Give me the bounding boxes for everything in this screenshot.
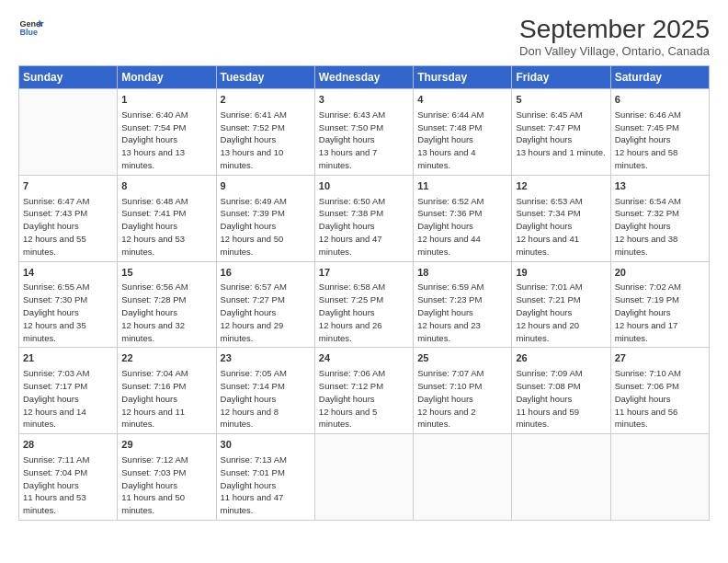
calendar-cell: 4Sunrise: 6:44 AMSunset: 7:48 PMDaylight… [414,89,512,176]
calendar-week-row: 7Sunrise: 6:47 AMSunset: 7:43 PMDaylight… [19,175,710,261]
calendar-cell: 28Sunrise: 7:11 AMSunset: 7:04 PMDayligh… [19,434,118,521]
daylight-label: Daylight hours [121,134,177,144]
day-number: 18 [417,266,507,281]
calendar-cell: 5Sunrise: 6:45 AMSunset: 7:47 PMDaylight… [512,89,610,176]
calendar-cell: 6Sunrise: 6:46 AMSunset: 7:45 PMDaylight… [610,89,709,176]
sunset-text: Sunset: 7:04 PM [23,467,87,477]
day-number: 6 [615,93,705,108]
day-number: 8 [121,179,211,194]
day-number: 17 [319,266,409,281]
sunrise-text: Sunrise: 6:53 AM [516,196,582,206]
calendar-cell: 29Sunrise: 7:12 AMSunset: 7:03 PMDayligh… [118,434,216,521]
daylight-value: 12 hours and 50 minutes. [221,234,284,257]
calendar-cell [610,434,709,521]
daylight-value: 12 hours and 29 minutes. [221,320,284,343]
daylight-label: Daylight hours [121,221,177,231]
daylight-value: 12 hours and 20 minutes. [516,320,579,343]
day-number: 21 [23,351,113,366]
calendar-cell: 14Sunrise: 6:55 AMSunset: 7:30 PMDayligh… [19,261,118,348]
calendar-cell: 15Sunrise: 6:56 AMSunset: 7:28 PMDayligh… [118,261,216,348]
calendar-cell: 24Sunrise: 7:06 AMSunset: 7:12 PMDayligh… [314,348,413,434]
sunset-text: Sunset: 7:32 PM [615,208,679,218]
sunrise-text: Sunrise: 6:46 AM [615,109,681,120]
day-number: 24 [319,351,409,366]
calendar-cell: 9Sunrise: 6:49 AMSunset: 7:39 PMDaylight… [216,175,314,261]
daylight-label: Daylight hours [23,221,79,231]
day-number: 11 [417,179,507,194]
sunset-text: Sunset: 7:45 PM [615,122,679,132]
calendar-cell: 11Sunrise: 6:52 AMSunset: 7:36 PMDayligh… [414,175,512,261]
daylight-value: 13 hours and 7 minutes. [319,147,377,170]
sunrise-text: Sunrise: 7:10 AM [615,368,681,378]
sunset-text: Sunset: 7:52 PM [221,122,285,132]
sunrise-text: Sunrise: 7:05 AM [221,368,287,378]
logo: General Blue [18,15,44,40]
calendar-cell: 23Sunrise: 7:05 AMSunset: 7:14 PMDayligh… [216,348,314,434]
sunset-text: Sunset: 7:34 PM [516,208,580,218]
sunrise-text: Sunrise: 7:12 AM [121,454,188,465]
day-number: 9 [221,179,311,194]
daylight-value: 12 hours and 41 minutes. [516,234,579,257]
sunrise-text: Sunrise: 6:56 AM [121,282,188,292]
day-number: 29 [121,438,211,453]
calendar-cell: 18Sunrise: 6:59 AMSunset: 7:23 PMDayligh… [414,261,512,348]
daylight-label: Daylight hours [221,221,277,231]
calendar-cell [414,434,512,521]
day-number: 23 [221,351,311,366]
day-number: 3 [319,93,409,108]
sunrise-text: Sunrise: 7:02 AM [615,282,681,292]
daylight-label: Daylight hours [319,394,375,404]
sunset-text: Sunset: 7:48 PM [417,122,482,132]
day-header: Monday [118,66,216,89]
sunset-text: Sunset: 7:43 PM [23,208,87,218]
sunrise-text: Sunrise: 7:03 AM [23,368,89,378]
sunrise-text: Sunrise: 6:59 AM [417,282,483,292]
sunset-text: Sunset: 7:06 PM [615,381,679,391]
daylight-label: Daylight hours [221,134,277,144]
day-number: 4 [417,93,507,108]
day-number: 7 [23,179,113,194]
daylight-label: Daylight hours [615,221,671,231]
header: General Blue September 2025 Don Valley V… [18,15,710,58]
daylight-label: Daylight hours [319,307,375,317]
daylight-value: 11 hours and 59 minutes. [516,407,579,430]
daylight-label: Daylight hours [516,394,572,404]
daylight-label: Daylight hours [221,394,277,404]
calendar-cell: 13Sunrise: 6:54 AMSunset: 7:32 PMDayligh… [610,175,709,261]
daylight-label: Daylight hours [615,134,671,144]
calendar-cell [314,434,413,521]
daylight-label: Daylight hours [319,221,375,231]
daylight-value: 12 hours and 53 minutes. [121,234,185,257]
calendar-cell: 26Sunrise: 7:09 AMSunset: 7:08 PMDayligh… [512,348,610,434]
sunset-text: Sunset: 7:27 PM [221,294,285,304]
day-number: 22 [121,351,211,366]
sunrise-text: Sunrise: 6:47 AM [23,196,89,206]
daylight-value: 13 hours and 10 minutes. [221,147,284,170]
calendar-cell: 16Sunrise: 6:57 AMSunset: 7:27 PMDayligh… [216,261,314,348]
sunrise-text: Sunrise: 6:55 AM [23,282,89,292]
calendar-week-row: 21Sunrise: 7:03 AMSunset: 7:17 PMDayligh… [19,348,710,434]
sunrise-text: Sunrise: 6:58 AM [319,282,385,292]
sunrise-text: Sunrise: 6:44 AM [417,109,483,120]
calendar-cell: 21Sunrise: 7:03 AMSunset: 7:17 PMDayligh… [19,348,118,434]
calendar-table: SundayMondayTuesdayWednesdayThursdayFrid… [18,65,710,521]
daylight-label: Daylight hours [417,221,473,231]
page: General Blue September 2025 Don Valley V… [0,0,728,563]
daylight-label: Daylight hours [417,307,473,317]
daylight-value: 12 hours and 14 minutes. [23,407,86,430]
day-header: Friday [512,66,610,89]
sunset-text: Sunset: 7:54 PM [121,122,186,132]
daylight-label: Daylight hours [23,394,79,404]
daylight-value: 11 hours and 50 minutes. [121,492,185,515]
sunrise-text: Sunrise: 7:07 AM [417,368,483,378]
daylight-value: 12 hours and 26 minutes. [319,320,382,343]
calendar-cell: 27Sunrise: 7:10 AMSunset: 7:06 PMDayligh… [610,348,709,434]
daylight-value: 13 hours and 1 minute. [516,147,605,157]
calendar-cell [19,89,118,176]
sunrise-text: Sunrise: 6:43 AM [319,109,385,120]
daylight-value: 13 hours and 13 minutes. [121,147,185,170]
sunset-text: Sunset: 7:23 PM [417,294,482,304]
calendar-cell: 7Sunrise: 6:47 AMSunset: 7:43 PMDaylight… [19,175,118,261]
sunset-text: Sunset: 7:01 PM [221,467,285,477]
daylight-value: 11 hours and 56 minutes. [615,407,678,430]
